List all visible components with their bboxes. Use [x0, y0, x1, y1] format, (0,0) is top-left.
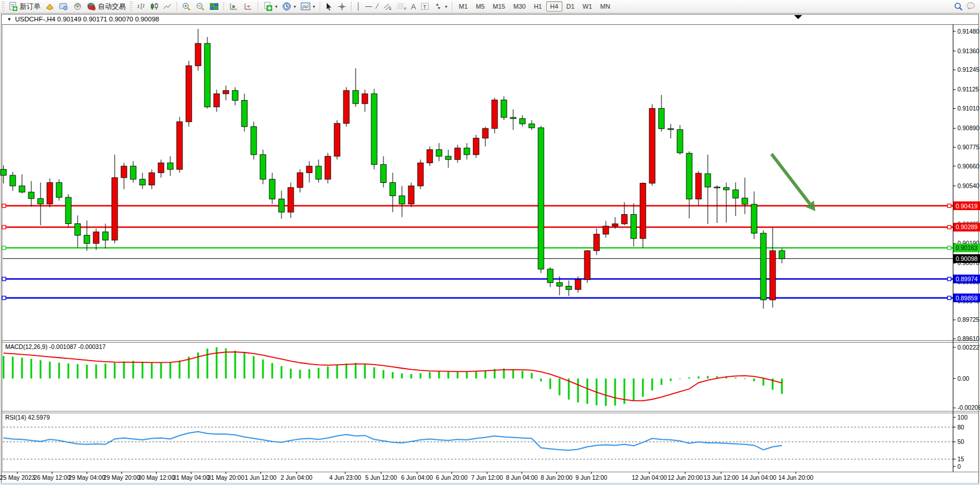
svg-text:0.90289: 0.90289: [956, 223, 978, 230]
timeframe-button-mn[interactable]: MN: [596, 1, 614, 12]
label-tool-button[interactable]: T: [418, 1, 432, 12]
templates-button[interactable]: ▾: [298, 1, 317, 12]
svg-text:12 Jun 04:00: 12 Jun 04:00: [632, 474, 667, 481]
macd-label: MACD(12,26,9) -0.001087 -0.000317: [5, 343, 106, 350]
autotrade-label: 自动交易: [98, 2, 126, 12]
timeframe-group: M1M5M15M30H1H4D1W1MN: [455, 1, 614, 12]
crosshair-tool-button[interactable]: [335, 1, 349, 12]
timeframe-button-d1[interactable]: D1: [562, 1, 579, 12]
new-order-button[interactable]: 新订单: [6, 1, 43, 12]
svg-text:0.90163: 0.90163: [956, 244, 978, 251]
label-icon: T: [420, 2, 429, 10]
timeframe-button-h4[interactable]: H4: [546, 1, 562, 12]
channel-tool-button[interactable]: E: [381, 1, 394, 12]
support-line-blue-1-left-handle[interactable]: [2, 277, 6, 281]
chart-shift-button[interactable]: [226, 1, 241, 12]
svg-text:-0.00209: -0.00209: [957, 404, 980, 411]
line-chart-button[interactable]: [161, 1, 174, 12]
auto-scroll-button[interactable]: [241, 1, 255, 12]
svg-text:0.91125: 0.91125: [957, 86, 979, 93]
bar-chart-button[interactable]: [134, 1, 148, 12]
chart-collapse-arrow: ▼: [7, 17, 12, 22]
candlestick-chart-button[interactable]: [148, 1, 161, 12]
timeframe-button-m15[interactable]: M15: [489, 1, 509, 12]
navigator-icon: [73, 2, 82, 10]
svg-text:14 Jun 20:00: 14 Jun 20:00: [778, 474, 814, 481]
resistance-line-1-left-handle[interactable]: [2, 204, 6, 208]
tile-windows-icon: [210, 2, 219, 10]
svg-text:E: E: [389, 7, 392, 10]
data-window-button[interactable]: [57, 1, 71, 12]
timeframe-button-w1[interactable]: W1: [579, 1, 597, 12]
tile-windows-button[interactable]: [207, 1, 221, 12]
timeframe-button-m5[interactable]: M5: [472, 1, 489, 12]
svg-text:12 Jun 20:00: 12 Jun 20:00: [668, 474, 703, 481]
svg-text:0.90098: 0.90098: [956, 255, 978, 262]
svg-text:7 Jun 12:00: 7 Jun 12:00: [471, 474, 503, 481]
timeframe-button-m30[interactable]: M30: [509, 1, 529, 12]
svg-text:8 Jun 04:00: 8 Jun 04:00: [506, 474, 538, 481]
svg-text:80: 80: [957, 424, 964, 431]
arrows-caret: ▾: [445, 4, 447, 9]
svg-text:9 Jun 12:00: 9 Jun 12:00: [576, 474, 608, 481]
support-line-blue-1-right-handle[interactable]: [948, 277, 951, 281]
templates-caret: ▾: [313, 4, 315, 9]
support-line-blue-2-right-handle[interactable]: [948, 296, 951, 300]
chat-bubble-icon: [966, 2, 975, 10]
hline-tool-button[interactable]: —: [363, 1, 375, 12]
vline-tool-button[interactable]: │: [354, 1, 363, 12]
support-line-green-left-handle[interactable]: [2, 246, 6, 249]
periods-caret: ▾: [294, 4, 296, 9]
svg-text:100: 100: [957, 414, 968, 421]
zoom-in-button[interactable]: [180, 1, 193, 12]
svg-text:0.90775: 0.90775: [957, 144, 979, 150]
market-watch-icon: [45, 2, 54, 10]
periods-button[interactable]: ▾: [280, 1, 298, 12]
search-icon[interactable]: [954, 2, 963, 11]
zoom-out-button[interactable]: [193, 1, 207, 12]
text-tool-button[interactable]: A: [409, 1, 419, 12]
notifications-button[interactable]: 1: [966, 2, 975, 12]
timeframe-button-h1[interactable]: H1: [530, 1, 546, 12]
svg-text:0.90890: 0.90890: [957, 124, 979, 131]
templates-icon: [301, 2, 310, 10]
chart-title: USDCHF-,H4 0.90149 0.90171 0.90070 0.900…: [15, 16, 159, 23]
svg-text:0.90540: 0.90540: [957, 182, 979, 189]
svg-text:8 Jun 20:00: 8 Jun 20:00: [541, 474, 573, 481]
trendline-tool-button[interactable]: ⁄: [375, 1, 381, 12]
candlestick-chart-icon: [150, 2, 159, 10]
arrows-tool-button[interactable]: ▾: [432, 1, 449, 12]
support-line-blue-2-left-handle[interactable]: [2, 296, 6, 300]
svg-text:29 May 04:00: 29 May 04:00: [68, 474, 105, 481]
periods-clock-icon: [282, 2, 291, 11]
svg-text:26 May 12:00: 26 May 12:00: [34, 474, 71, 481]
svg-text:0.89725: 0.89725: [957, 316, 979, 323]
timeframe-button-m1[interactable]: M1: [455, 1, 471, 12]
chart-shift-icon: [229, 2, 239, 11]
svg-text:13 Jun 12:00: 13 Jun 12:00: [704, 474, 739, 481]
svg-text:31 May 20:00: 31 May 20:00: [207, 474, 244, 481]
svg-text:15: 15: [957, 455, 964, 462]
data-window-icon: [59, 2, 68, 10]
svg-text:0.89610: 0.89610: [957, 335, 979, 342]
indicators-button[interactable]: ▾: [261, 1, 280, 12]
zoom-in-icon: [182, 2, 191, 11]
resistance-line-1-right-handle[interactable]: [948, 204, 951, 208]
autotrade-button[interactable]: 自动交易: [85, 1, 128, 12]
svg-text:2 Jun 04:00: 2 Jun 04:00: [281, 474, 313, 481]
support-line-green-right-handle[interactable]: [948, 246, 951, 249]
svg-text:25 May 2023: 25 May 2023: [0, 474, 35, 481]
resistance-line-2-left-handle[interactable]: [2, 225, 6, 229]
indicators-icon: [263, 2, 273, 11]
fibonacci-tool-button[interactable]: F: [394, 1, 409, 12]
toolbar-grip[interactable]: [2, 2, 5, 11]
market-watch-button[interactable]: [43, 1, 57, 12]
cursor-tool-button[interactable]: [323, 1, 335, 12]
svg-text:29 May 20:00: 29 May 20:00: [103, 474, 140, 481]
navigator-button[interactable]: [71, 1, 85, 12]
svg-text:50: 50: [957, 438, 964, 445]
chart-canvas[interactable]: ▼USDCHF-,H4 0.90149 0.90171 0.90070 0.90…: [0, 13, 980, 485]
rsi-label: RSI(14) 42.5979: [5, 414, 50, 421]
new-order-label: 新订单: [20, 2, 41, 12]
resistance-line-2-right-handle[interactable]: [948, 225, 951, 229]
